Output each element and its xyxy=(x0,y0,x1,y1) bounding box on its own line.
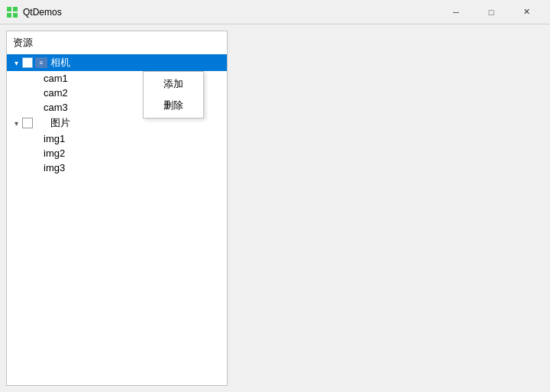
tree-label-image: 图片 xyxy=(50,116,70,130)
svg-rect-1 xyxy=(13,7,18,11)
window-title: QtDemos xyxy=(23,7,438,18)
tree-checkbox-image[interactable] xyxy=(22,118,33,128)
tree-label-camera: 相机 xyxy=(50,56,70,70)
tree-child-img2[interactable]: img2 xyxy=(7,146,227,160)
right-panel xyxy=(234,31,544,386)
svg-rect-0 xyxy=(7,7,11,11)
tree-child-img3[interactable]: img3 xyxy=(7,160,227,175)
tree-icon-image xyxy=(35,118,47,128)
app-icon xyxy=(6,6,18,18)
svg-rect-3 xyxy=(13,13,18,18)
main-area: 资源 ▾ ≡ 相机 cam1 cam2 cam3 ▾ 图片 img1 img2 … xyxy=(0,24,550,392)
close-button[interactable]: ✕ xyxy=(509,0,544,24)
left-panel: 资源 ▾ ≡ 相机 cam1 cam2 cam3 ▾ 图片 img1 img2 … xyxy=(6,31,228,386)
tree-arrow-image: ▾ xyxy=(10,117,22,129)
tree-child-img1[interactable]: img1 xyxy=(7,131,227,146)
tree-icon-camera: ≡ xyxy=(35,57,47,68)
context-menu: 添加 删除 xyxy=(143,71,204,118)
context-menu-add[interactable]: 添加 xyxy=(144,73,203,95)
svg-rect-2 xyxy=(7,13,11,18)
window-controls: ─ □ ✕ xyxy=(438,0,544,24)
tree-checkbox-camera[interactable] xyxy=(22,57,33,68)
tree-arrow-camera: ▾ xyxy=(10,57,22,69)
maximize-button[interactable]: □ xyxy=(474,0,509,24)
title-bar: QtDemos ─ □ ✕ xyxy=(0,0,550,24)
tree-category-camera[interactable]: ▾ ≡ 相机 xyxy=(7,54,227,71)
context-menu-delete[interactable]: 删除 xyxy=(144,95,203,116)
panel-header: 资源 xyxy=(7,31,227,53)
minimize-button[interactable]: ─ xyxy=(438,0,474,24)
